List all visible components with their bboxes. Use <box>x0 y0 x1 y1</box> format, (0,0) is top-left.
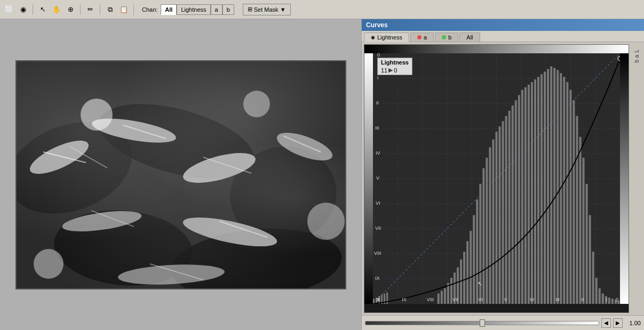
dropdown-arrow: ▼ <box>280 6 286 13</box>
tab-lightness[interactable]: ◉ Lightness <box>364 33 409 42</box>
chan-tab-lightness[interactable]: Lightness <box>177 4 210 15</box>
zoom-value: 1.00 <box>625 320 641 326</box>
tab-a[interactable]: a <box>410 33 434 42</box>
svg-rect-98 <box>592 252 594 304</box>
svg-rect-75 <box>518 95 520 304</box>
separator-1 <box>33 4 33 15</box>
separator-4 <box>133 4 134 15</box>
curves-graph-container[interactable]: Lightness 11 ▶ 0 <box>364 44 629 313</box>
svg-rect-71 <box>505 116 507 304</box>
svg-rect-99 <box>595 278 598 304</box>
image-placeholder <box>17 61 345 288</box>
svg-rect-61 <box>473 215 475 304</box>
svg-rect-101 <box>602 293 604 304</box>
chan-label: Chan: <box>142 6 157 13</box>
y-label-i: I <box>377 75 379 81</box>
svg-rect-66 <box>489 147 491 304</box>
copy-icon[interactable]: ⧉ <box>104 4 116 15</box>
y-label-0: 0 <box>377 53 380 58</box>
right-label-b: b <box>634 60 640 63</box>
set-mask-button[interactable]: ⊞ Set Mask ▼ <box>243 4 291 15</box>
x-label-v: V <box>504 297 507 302</box>
svg-rect-60 <box>470 231 472 304</box>
graph-canvas[interactable]: Lightness 11 ▶ 0 <box>373 53 620 304</box>
curves-svg: 0 I II III IV V VI VII VIII IX X <box>373 53 620 304</box>
eye-icon[interactable]: ◉ <box>17 4 29 15</box>
y-label-ix: IX <box>375 276 380 281</box>
svg-rect-95 <box>583 158 585 304</box>
y-label-iv: IV <box>376 150 380 156</box>
svg-rect-82 <box>540 74 543 304</box>
graph-top-bar <box>364 45 629 53</box>
curves-title: Curves <box>362 19 644 31</box>
graph-left-bar <box>364 53 373 304</box>
curves-right-panel: L a b <box>631 44 642 313</box>
svg-rect-103 <box>608 297 610 304</box>
chan-tab-a[interactable]: a <box>211 4 222 15</box>
lightness-tab-icon: ◉ <box>371 35 375 40</box>
tab-b[interactable]: b <box>435 33 458 42</box>
y-label-vi: VI <box>376 200 380 206</box>
svg-rect-85 <box>550 66 552 304</box>
lightness-value-row: 11 ▶ 0 <box>381 67 409 74</box>
tab-all[interactable]: All <box>459 33 480 42</box>
main-area: Curves ◉ Lightness a b All <box>0 19 644 330</box>
cursor-icon[interactable]: ↖ <box>37 4 49 15</box>
svg-rect-92 <box>573 100 575 304</box>
b-dot <box>442 35 446 39</box>
zoom-icon[interactable]: ⊕ <box>65 4 76 15</box>
toolbar: ⬜ ◉ ↖ ✋ ⊕ ✏ ⧉ 📋 Chan: All Lightness a b … <box>0 0 644 19</box>
svg-rect-65 <box>486 158 488 304</box>
separator-3 <box>100 4 100 15</box>
svg-rect-70 <box>502 121 504 304</box>
curves-tabs: ◉ Lightness a b All <box>362 31 644 42</box>
zoom-slider[interactable] <box>365 321 599 325</box>
x-label-iii: III <box>555 297 560 302</box>
svg-rect-67 <box>492 140 494 304</box>
frost-overlay <box>17 61 345 288</box>
svg-rect-90 <box>566 82 568 304</box>
x-label-i: I <box>606 297 608 302</box>
x-label-viii: VIII <box>427 297 434 302</box>
chan-tab-all[interactable]: All <box>161 4 177 15</box>
slider-thumb[interactable] <box>480 319 485 327</box>
svg-rect-100 <box>599 288 601 304</box>
svg-rect-104 <box>611 299 614 304</box>
chan-tab-b[interactable]: b <box>222 4 234 15</box>
lightness-tooltip: Lightness 11 ▶ 0 <box>377 58 412 75</box>
svg-rect-51 <box>441 291 443 304</box>
image-area <box>0 19 361 330</box>
y-label-viii: VIII <box>374 251 381 256</box>
x-label-ix: IX <box>402 297 407 302</box>
curves-body: Lightness 11 ▶ 0 <box>362 42 644 315</box>
next-button[interactable]: ▶ <box>613 318 623 328</box>
x-label-0: 0 <box>616 297 618 302</box>
histogram <box>373 66 619 304</box>
curves-footer: ◀ ▶ 1.00 <box>362 315 644 330</box>
svg-rect-81 <box>537 77 539 304</box>
svg-rect-80 <box>534 79 536 304</box>
svg-rect-50 <box>438 293 440 304</box>
pencil-icon[interactable]: ✏ <box>84 4 96 15</box>
x-label-x: X <box>377 297 380 302</box>
svg-rect-86 <box>553 68 555 304</box>
new-icon[interactable]: ⬜ <box>3 4 15 15</box>
paste-icon[interactable]: 📋 <box>118 4 130 15</box>
hand-icon[interactable]: ✋ <box>51 4 62 15</box>
x-label-vi: VI <box>478 297 483 302</box>
svg-rect-76 <box>521 90 523 304</box>
graph-right-bar <box>620 53 629 304</box>
right-label-l: L <box>634 50 640 53</box>
lightness-val1: 11 <box>381 67 387 74</box>
svg-rect-68 <box>495 132 497 304</box>
set-mask-label: Set Mask <box>254 6 279 13</box>
curves-panel: Curves ◉ Lightness a b All <box>361 19 644 330</box>
prev-button[interactable]: ◀ <box>601 318 611 328</box>
svg-rect-96 <box>586 184 588 304</box>
lightness-arrow: ▶ <box>388 67 393 74</box>
svg-rect-52 <box>444 288 446 304</box>
svg-rect-94 <box>579 137 582 304</box>
y-label-iii: III <box>375 125 379 131</box>
y-label-vii: VII <box>375 226 381 231</box>
svg-rect-91 <box>569 90 571 304</box>
